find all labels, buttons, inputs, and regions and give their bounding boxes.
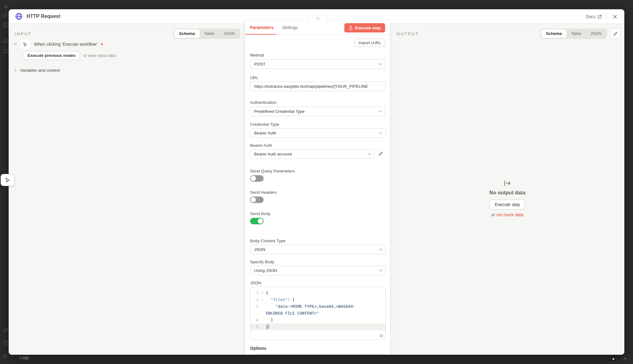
bearer-auth-select[interactable]: Bearer Auth account bbox=[250, 149, 375, 159]
chevron-down-icon bbox=[379, 110, 382, 113]
external-link-icon bbox=[597, 15, 602, 19]
expand-editor-icon[interactable] bbox=[379, 334, 383, 338]
authentication-label: Authentication bbox=[250, 100, 277, 105]
n8n-workflow-editor: { "colors": { "accent": "#ea5540", "prim… bbox=[0, 0, 633, 364]
send-body-toggle[interactable] bbox=[250, 218, 264, 224]
output-empty-state: No output data Execute step or set mock … bbox=[390, 180, 624, 217]
manual-trigger-node-icon bbox=[20, 39, 30, 49]
chat-icon[interactable] bbox=[3, 49, 9, 54]
input-panel: INPUT Schema Table JSON When clicking 'E… bbox=[9, 24, 245, 355]
chevron-down-icon bbox=[379, 269, 382, 272]
input-view-switcher: Schema Table JSON bbox=[173, 28, 240, 39]
input-tab-json[interactable]: JSON bbox=[219, 29, 239, 38]
method-select[interactable]: POST bbox=[250, 59, 386, 69]
settings-gear-icon[interactable] bbox=[2, 353, 8, 359]
canvas-pointer-tool-button[interactable] bbox=[1, 174, 15, 186]
code-line: 1 { bbox=[250, 290, 385, 296]
specify-body-select[interactable]: Using JSON bbox=[250, 266, 386, 275]
input-caption: INPUT bbox=[15, 32, 32, 36]
output-view-switcher: Schema Table JSON bbox=[540, 28, 607, 39]
cursor-arrow-icon bbox=[5, 177, 11, 183]
pencil-icon bbox=[613, 31, 618, 36]
flask-icon bbox=[349, 26, 353, 30]
parameters-tabbar: Parameters Settings Execute step bbox=[245, 21, 390, 35]
code-line: 4 ] bbox=[250, 317, 385, 324]
variables-label: Variables and context bbox=[20, 68, 60, 73]
templates-icon[interactable] bbox=[2, 327, 9, 333]
output-arrow-icon bbox=[504, 180, 511, 187]
tab-settings[interactable]: Settings bbox=[281, 21, 299, 35]
output-panel: OUTPUT Schema Table JSON No output data … bbox=[390, 24, 624, 355]
chevron-down-icon bbox=[379, 248, 382, 251]
bearer-auth-label: Bearer Auth bbox=[250, 143, 272, 148]
assistant-badge-icon[interactable] bbox=[611, 356, 616, 362]
lightning-bolt-icon bbox=[100, 42, 104, 47]
authentication-select[interactable]: Predefined Credential Type bbox=[250, 107, 386, 116]
send-query-parameters-toggle[interactable] bbox=[250, 175, 264, 182]
no-output-data-title: No output data bbox=[489, 190, 525, 196]
code-line: 3 "data:<MIME TYPE>;base64,<BASE64- bbox=[250, 303, 385, 310]
chevron-down-icon bbox=[368, 153, 372, 155]
json-label: JSON bbox=[250, 281, 261, 285]
chevron-down-icon bbox=[379, 132, 382, 134]
body-content-type-select[interactable]: JSON bbox=[250, 245, 386, 254]
fold-chevron-icon[interactable] bbox=[258, 292, 266, 294]
execute-hint-text: to view input data bbox=[83, 53, 116, 58]
tab-parameters[interactable]: Parameters bbox=[249, 21, 275, 35]
chevron-up-icon[interactable] bbox=[622, 356, 627, 361]
edit-credential-icon[interactable] bbox=[378, 151, 383, 156]
active-tab-underline bbox=[245, 34, 276, 35]
import-curl-button[interactable]: Import cURL bbox=[355, 39, 385, 47]
fold-chevron-icon[interactable] bbox=[258, 298, 266, 301]
panel-drag-handle[interactable] bbox=[308, 15, 328, 21]
code-line: 2 "files": [ bbox=[250, 296, 385, 303]
chevron-right-icon bbox=[14, 69, 17, 72]
edit-output-button[interactable] bbox=[610, 28, 621, 39]
output-tab-table[interactable]: Table bbox=[567, 29, 586, 38]
canvas-add-icon[interactable] bbox=[3, 4, 9, 10]
parameters-panel: Parameters Settings Execute step Import … bbox=[245, 21, 390, 355]
logs-toggle[interactable]: Logs bbox=[20, 355, 29, 360]
input-tab-schema[interactable]: Schema bbox=[174, 29, 200, 38]
body-content-type-label: Body Content Type bbox=[250, 239, 286, 243]
send-body-label: Send Body bbox=[250, 211, 270, 216]
header-divider bbox=[606, 13, 606, 20]
execute-step-button[interactable]: Execute step bbox=[344, 23, 385, 32]
json-code-editor[interactable]: 1 { 2 "files": [ 3 "data:<MIME TYPE>;bas… bbox=[250, 287, 386, 340]
send-headers-toggle[interactable] bbox=[250, 197, 264, 203]
output-tab-json[interactable]: JSON bbox=[586, 29, 606, 38]
output-tab-schema[interactable]: Schema bbox=[541, 29, 567, 38]
url-label: URL bbox=[250, 75, 258, 80]
input-node-title: When clicking 'Execute workflow' bbox=[34, 42, 97, 47]
specify-body-label: Specify Body bbox=[250, 260, 274, 264]
set-mock-data-link[interactable]: set mock data bbox=[496, 212, 523, 217]
credential-type-label: Credential Type bbox=[250, 122, 279, 127]
history-icon[interactable] bbox=[2, 12, 7, 18]
credential-type-select[interactable]: Bearer Auth bbox=[250, 128, 386, 138]
home-icon[interactable] bbox=[3, 37, 9, 43]
text-caret bbox=[269, 324, 269, 329]
chevron-down-icon bbox=[379, 63, 382, 66]
options-section-label: Options bbox=[250, 346, 266, 351]
input-node-row[interactable]: When clicking 'Execute workflow' bbox=[14, 39, 104, 49]
output-caption: OUTPUT bbox=[397, 32, 419, 36]
send-query-parameters-label: Send Query Parameters bbox=[250, 169, 295, 173]
docs-link[interactable]: Docs bbox=[586, 14, 602, 19]
code-line-active: 5 } bbox=[250, 324, 385, 330]
node-details-modal: HTTP Request Docs INPUT Schema Table JSO… bbox=[9, 9, 624, 355]
close-icon[interactable] bbox=[611, 12, 619, 21]
panels-icon[interactable] bbox=[3, 22, 9, 28]
node-title: HTTP Request bbox=[27, 14, 60, 19]
method-label: Method bbox=[250, 53, 264, 57]
globe-icon bbox=[15, 12, 23, 20]
help-icon[interactable] bbox=[2, 340, 9, 346]
output-execute-step-button[interactable]: Execute step bbox=[490, 200, 525, 210]
or-text: or bbox=[491, 212, 495, 217]
code-line-wrap: ENCODED FILE CONTENT>" bbox=[250, 310, 385, 317]
send-headers-label: Send Headers bbox=[250, 190, 277, 195]
url-input[interactable]: https://extractor.easybits.tech/api/pipe… bbox=[250, 82, 386, 91]
input-tab-table[interactable]: Table bbox=[200, 29, 219, 38]
chevron-down-icon[interactable] bbox=[14, 42, 17, 46]
variables-and-context-row[interactable]: Variables and context bbox=[14, 68, 60, 73]
execute-previous-nodes-button[interactable]: Execute previous nodes bbox=[23, 51, 80, 60]
